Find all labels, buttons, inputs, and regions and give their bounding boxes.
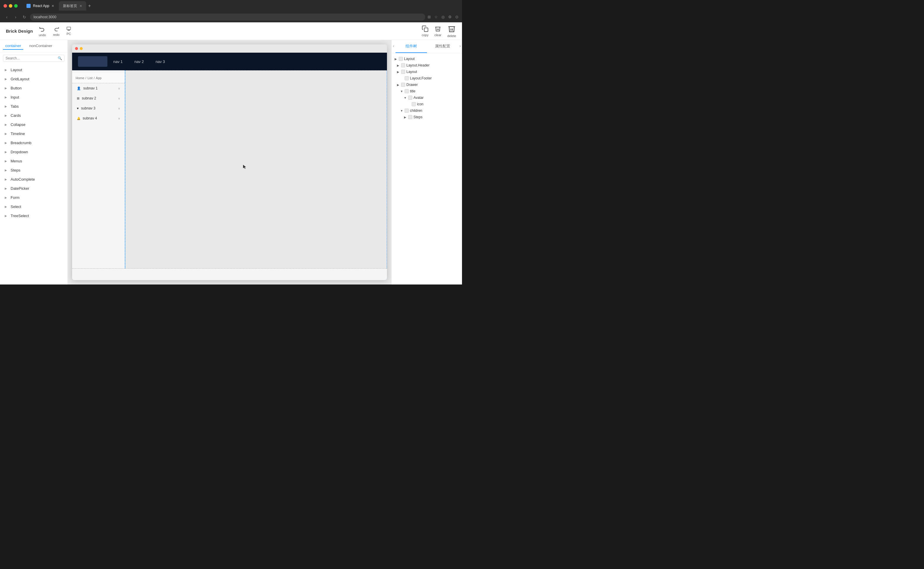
preview-nav-2[interactable]: nav 2 — [129, 57, 150, 66]
subnav-2-label: subnav 2 — [82, 96, 96, 100]
comp-gridlayout[interactable]: ▶GridLayout — [0, 75, 67, 84]
tab-close-icon[interactable]: ✕ — [52, 4, 54, 8]
search-input[interactable] — [3, 55, 64, 62]
preview-subnav-1[interactable]: subnav 1 ∨ — [72, 83, 125, 93]
tree-layout[interactable]: ▶ Layout — [392, 56, 462, 62]
new-tab-button[interactable]: + — [88, 3, 91, 9]
address-bar[interactable]: localhost:3000 — [30, 14, 425, 21]
tree-layout-header-expand[interactable]: ▶ — [396, 64, 400, 67]
preview-nav-1[interactable]: nav 1 — [107, 57, 129, 66]
comp-timeline[interactable]: ▶Timeline — [0, 129, 67, 138]
refresh-button[interactable]: ↻ — [21, 15, 27, 20]
maximize-dot[interactable] — [14, 4, 18, 8]
component-tree: ▶ Layout ▶ Layout.Header ▶ Layout — [392, 53, 462, 284]
clear-label: clear — [434, 33, 441, 37]
extensions-icon[interactable]: ⊞ — [428, 15, 431, 19]
undo-icon — [39, 25, 46, 32]
comp-autocomplete[interactable]: ▶AutoComplete — [0, 175, 67, 184]
subnav-4-icon — [77, 116, 80, 120]
comp-button[interactable]: ▶Button — [0, 84, 67, 93]
tree-layout-icon — [399, 57, 403, 61]
tree-layout-expand[interactable]: ▶ — [394, 57, 397, 61]
delete-button[interactable]: delete — [447, 24, 456, 38]
copy-button[interactable]: copy — [422, 25, 428, 37]
comp-datepicker[interactable]: ▶DatePicker — [0, 184, 67, 193]
subnav-4-label: subnav 4 — [83, 116, 97, 120]
close-dot[interactable] — [3, 4, 7, 8]
tree-drawer-label: Drawer — [406, 83, 418, 87]
comp-treeselect[interactable]: ▶TreeSelect — [0, 211, 67, 221]
preview-subnav-2[interactable]: subnav 2 ∨ — [72, 93, 125, 103]
back-button[interactable]: ‹ — [3, 15, 10, 20]
comp-collapse[interactable]: ▶Collapse — [0, 120, 67, 129]
comp-input[interactable]: ▶Input — [0, 93, 67, 102]
search-icon: 🔍 — [58, 56, 62, 60]
preview-nav: nav 1 nav 2 nav 3 — [72, 53, 387, 70]
comp-cards[interactable]: ▶Cards — [0, 111, 67, 120]
preview-subnav-3[interactable]: subnav 3 ∨ — [72, 103, 125, 113]
preview-nav-3[interactable]: nav 3 — [150, 57, 171, 66]
tree-steps[interactable]: ▶ Steps — [392, 114, 462, 120]
expand-panel-button[interactable]: › — [458, 40, 462, 53]
tree-avatar[interactable]: ▼ Avatar — [392, 94, 462, 101]
breadcrumb-sep2: / — [94, 76, 95, 80]
tab-component-tree[interactable]: 组件树 — [396, 40, 427, 53]
tree-icon-label: icon — [417, 102, 423, 106]
profile-icon[interactable]: ◎ — [441, 15, 444, 19]
tab-new[interactable]: 新标签页 ✕ — [59, 1, 86, 11]
tree-drawer[interactable]: ▶ Drawer — [392, 82, 462, 88]
tab-properties[interactable]: 属性配置 — [427, 40, 458, 53]
preview-window: nav 1 nav 2 nav 3 Home / List / — [72, 44, 387, 280]
preview-subnav-4[interactable]: subnav 4 ∨ — [72, 113, 125, 123]
tree-steps-expand[interactable]: ▶ — [403, 116, 407, 119]
component-list: ▶Layout ▶GridLayout ▶Button ▶Input ▶Tabs… — [0, 64, 67, 284]
comp-dropdown[interactable]: ▶Dropdown — [0, 148, 67, 157]
tree-avatar-expand[interactable]: ▼ — [403, 96, 407, 99]
tab-new-close-icon[interactable]: ✕ — [79, 4, 82, 8]
tree-children-expand[interactable]: ▼ — [400, 109, 403, 113]
tree-layout-child-expand[interactable]: ▶ — [396, 70, 400, 73]
comp-button-label: Button — [11, 86, 22, 90]
tree-layout-child[interactable]: ▶ Layout — [392, 68, 462, 75]
tree-layout-footer[interactable]: ▶ Layout.Footer — [392, 75, 462, 82]
right-panel-tabs: ‹ 组件树 属性配置 › — [392, 40, 462, 53]
undo-button[interactable]: undo — [39, 25, 46, 37]
tree-layout-header[interactable]: ▶ Layout.Header — [392, 62, 462, 68]
comp-steps[interactable]: ▶Steps — [0, 166, 67, 175]
comp-breadcrumb[interactable]: ▶Breadcrumb — [0, 138, 67, 148]
comp-layout[interactable]: ▶Layout — [0, 65, 67, 75]
collapse-panel-button[interactable]: ‹ — [392, 40, 396, 53]
tree-icon[interactable]: ▶ icon — [392, 101, 462, 107]
tab-container[interactable]: container — [3, 43, 23, 50]
clear-button[interactable]: clear — [434, 25, 441, 37]
app: Brick Design undo redo PC copy c — [0, 22, 462, 284]
tree-children[interactable]: ▼ children — [392, 107, 462, 114]
comp-select[interactable]: ▶Select — [0, 202, 67, 211]
tree-title-expand[interactable]: ▼ — [400, 90, 403, 93]
redo-button[interactable]: redo — [53, 26, 59, 37]
tree-icon-icon — [412, 102, 416, 106]
tab-react-app-label: React App — [33, 4, 49, 8]
copy-icon — [422, 25, 428, 32]
clear-icon — [434, 25, 441, 32]
star-icon[interactable]: ☆ — [434, 15, 438, 19]
account-icon[interactable]: ⊙ — [455, 15, 458, 19]
pc-button[interactable]: PC — [67, 26, 71, 35]
tree-drawer-expand[interactable]: ▶ — [396, 83, 400, 87]
tab-non-container[interactable]: nonContainer — [27, 43, 55, 50]
comp-treeselect-label: TreeSelect — [11, 214, 29, 218]
settings-icon[interactable]: ⚙ — [448, 15, 452, 19]
toolbar: Brick Design undo redo PC copy c — [0, 22, 462, 40]
tree-title[interactable]: ▼ title — [392, 88, 462, 94]
minimize-dot[interactable] — [9, 4, 12, 8]
comp-menus-label: Menus — [11, 159, 22, 163]
comp-form[interactable]: ▶Form — [0, 193, 67, 202]
left-panel-tabs: container nonContainer — [0, 40, 67, 52]
comp-tabs[interactable]: ▶Tabs — [0, 102, 67, 111]
tree-drawer-icon — [401, 83, 405, 87]
tab-react-app[interactable]: React App ✕ — [22, 1, 58, 11]
forward-button[interactable]: › — [12, 15, 19, 20]
comp-menus[interactable]: ▶Menus — [0, 157, 67, 166]
subnav-2-arrow: ∨ — [118, 97, 120, 100]
pc-label: PC — [67, 32, 71, 36]
